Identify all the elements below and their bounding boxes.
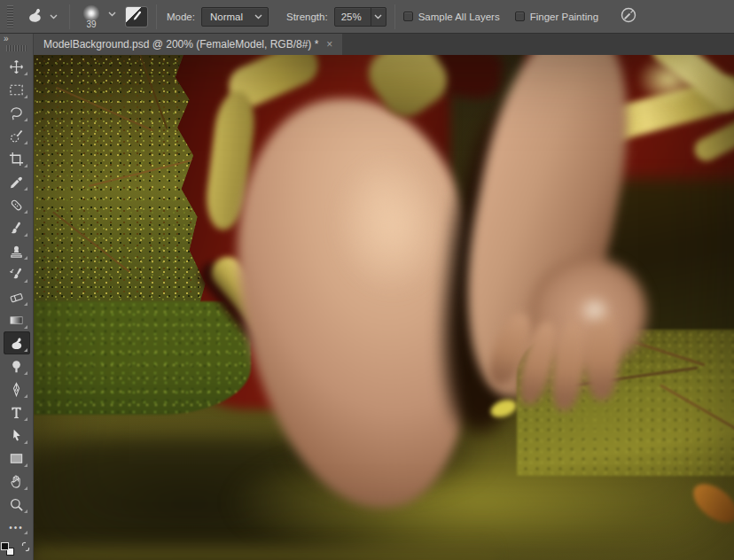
- clone-stamp-icon: [9, 244, 24, 259]
- foreground-background-colors[interactable]: [1, 542, 14, 556]
- sample-all-layers-checkbox[interactable]: Sample All Layers: [403, 12, 500, 22]
- tool-gradient[interactable]: [4, 308, 30, 331]
- move-icon: [9, 59, 24, 74]
- document-tab[interactable]: ModelBackground.psd @ 200% (FemaleModel,…: [34, 34, 342, 55]
- flyout-triangle-icon: [24, 371, 27, 375]
- dodge-icon: [9, 359, 24, 374]
- document-tab-title: ModelBackground.psd @ 200% (FemaleModel,…: [43, 38, 318, 51]
- flyout-triangle-icon: [24, 509, 27, 513]
- ellipsis-icon: •••: [9, 523, 24, 533]
- separator: [156, 4, 157, 29]
- close-icon[interactable]: ×: [326, 39, 332, 50]
- flyout-triangle-icon: [24, 394, 27, 398]
- brush-settings-panel-icon[interactable]: [125, 6, 148, 27]
- rectangle-icon: [9, 451, 24, 466]
- marquee-icon: [9, 82, 24, 97]
- tool-zoom[interactable]: [4, 493, 30, 516]
- edit-toolbar-button[interactable]: •••: [4, 519, 30, 535]
- chevron-down-icon: [50, 14, 58, 19]
- tool-pen[interactable]: [4, 377, 30, 401]
- checkbox-unchecked[interactable]: [403, 12, 413, 21]
- photo-twig: [139, 55, 168, 129]
- crop-icon: [9, 152, 24, 167]
- bandage-icon: [9, 198, 24, 213]
- tool-lasso[interactable]: [4, 101, 30, 124]
- flyout-triangle-icon: [24, 348, 27, 352]
- photo-knee-highlight: [317, 135, 468, 316]
- main-area: »: [0, 34, 734, 560]
- tool-quick-selection[interactable]: [4, 124, 30, 147]
- strength-combo[interactable]: 25%: [334, 7, 387, 27]
- tool-history-brush[interactable]: [4, 262, 30, 285]
- strength-label: Strength:: [286, 12, 328, 22]
- tool-brush[interactable]: [4, 216, 30, 239]
- flyout-triangle-icon: [24, 256, 27, 260]
- chevron-down-icon: [254, 14, 262, 19]
- history-brush-icon: [9, 267, 24, 282]
- tool-type[interactable]: [4, 401, 30, 424]
- tool-clone-stamp[interactable]: [4, 239, 30, 262]
- selection-arrow-icon: [9, 428, 24, 443]
- photo-leafy-moss: [34, 301, 251, 415]
- smudge-icon: [9, 336, 24, 351]
- tool-smudge[interactable]: [4, 331, 30, 354]
- brush-size-value: 39: [86, 20, 96, 29]
- mode-dropdown[interactable]: Normal: [201, 7, 269, 27]
- document-tab-bar: ModelBackground.psd @ 200% (FemaleModel,…: [34, 34, 734, 55]
- lasso-icon: [9, 105, 24, 121]
- chevron-down-icon[interactable]: [371, 8, 386, 26]
- checkbox-unchecked[interactable]: [515, 12, 525, 21]
- type-icon: [9, 405, 24, 420]
- photo-twig: [52, 211, 130, 272]
- eraser-icon: [9, 290, 24, 305]
- sample-all-layers-label: Sample All Layers: [418, 12, 500, 22]
- finger-painting-checkbox[interactable]: Finger Painting: [515, 12, 598, 22]
- tool-move[interactable]: [4, 55, 30, 78]
- photo-twig: [56, 87, 153, 132]
- flyout-triangle-icon: [24, 164, 27, 167]
- tool-rectangular-marquee[interactable]: [4, 78, 30, 101]
- flyout-triangle-icon: [24, 187, 27, 191]
- tool-hand[interactable]: [4, 470, 30, 493]
- photo-ribbon-highlight: [636, 55, 700, 104]
- flyout-triangle-icon: [24, 210, 27, 214]
- flyout-triangle-icon: [24, 95, 27, 98]
- tool-eraser[interactable]: [4, 285, 30, 308]
- tool-eyedropper[interactable]: [4, 170, 30, 193]
- pen-icon: [9, 382, 24, 397]
- tool-dodge[interactable]: [4, 354, 30, 377]
- canvas[interactable]: [34, 55, 734, 560]
- tool-crop[interactable]: [4, 147, 30, 170]
- tool-preset-dropdown[interactable]: [22, 4, 61, 29]
- tool-rectangle[interactable]: [4, 447, 30, 470]
- flyout-triangle-icon: [24, 463, 27, 467]
- flyout-triangle-icon: [24, 486, 27, 490]
- flyout-triangle-icon: [24, 141, 27, 144]
- collapse-panel-button[interactable]: »: [0, 34, 33, 43]
- eyedropper-icon: [9, 175, 24, 190]
- mode-label: Mode:: [167, 12, 195, 22]
- gradient-icon: [9, 313, 24, 328]
- toolbar-grip[interactable]: [6, 45, 27, 51]
- brush-preset-picker[interactable]: 39: [80, 4, 116, 29]
- flyout-triangle-icon: [24, 72, 27, 75]
- smudge-tool-icon: [26, 6, 43, 27]
- tablet-pressure-size-icon[interactable]: [617, 4, 640, 30]
- flyout-triangle-icon: [24, 233, 27, 237]
- separator: [69, 4, 70, 29]
- swap-colors-icon[interactable]: [20, 541, 32, 556]
- flyout-triangle-icon: [24, 440, 27, 444]
- hand-icon: [9, 474, 24, 489]
- tool-path-selection[interactable]: [4, 424, 30, 447]
- flyout-triangle-icon: [24, 531, 27, 534]
- foreground-color-swatch[interactable]: [1, 542, 9, 550]
- strength-value[interactable]: 25%: [335, 8, 371, 26]
- separator: [394, 4, 395, 29]
- flyout-triangle-icon: [24, 417, 27, 421]
- photoshop-window: 39 Mode: Normal Strength: 25%: [0, 0, 734, 560]
- photo-knuckle-highlight: [574, 292, 615, 328]
- tool-spot-healing-brush[interactable]: [4, 193, 30, 216]
- options-bar-grip[interactable]: [7, 5, 13, 28]
- mode-value: Normal: [210, 12, 243, 22]
- quick-selection-icon: [9, 128, 24, 144]
